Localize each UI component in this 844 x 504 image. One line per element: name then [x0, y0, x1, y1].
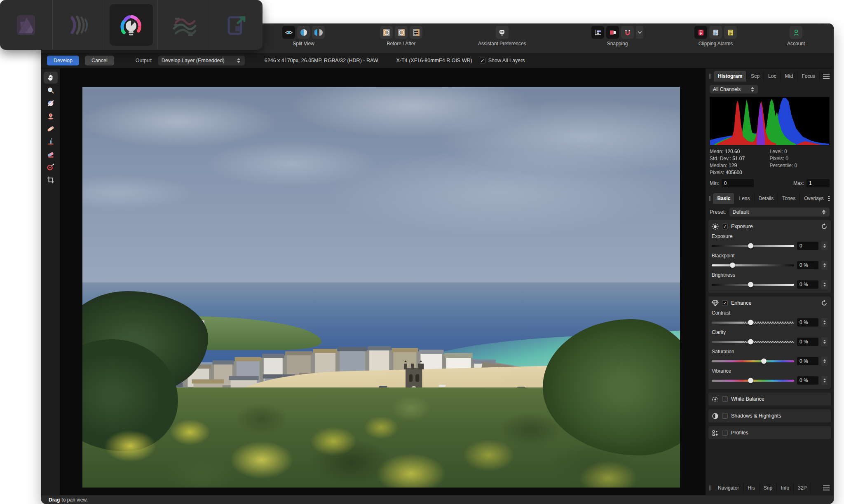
contrast-stepper[interactable] — [821, 318, 828, 327]
tab-scope[interactable]: Scp — [747, 71, 764, 82]
tab-metadata[interactable]: Mtd — [781, 71, 797, 82]
tab-basic[interactable]: Basic — [713, 193, 735, 204]
white-balance-section[interactable]: White Balance — [708, 392, 831, 406]
tab-location[interactable]: Loc — [764, 71, 781, 82]
crop-tool[interactable] — [44, 174, 58, 186]
panel-menu-icon[interactable] — [823, 485, 830, 490]
tone-mapping-persona-button[interactable] — [157, 0, 210, 50]
tab-histogram[interactable]: Histogram — [714, 71, 747, 82]
show-all-layers-toggle[interactable]: ✓ Show All Layers — [480, 58, 525, 63]
tab-lens[interactable]: Lens — [735, 193, 754, 204]
vibrance-stepper[interactable] — [821, 376, 828, 385]
brightness-slider[interactable] — [712, 284, 794, 286]
overlay-erase-tool[interactable] — [44, 148, 58, 160]
exposure-stepper[interactable] — [821, 241, 828, 250]
reset-icon[interactable] — [821, 223, 828, 230]
contrast-slider[interactable] — [712, 322, 794, 324]
before-rotate-icon[interactable] — [380, 26, 393, 39]
exposure-slider[interactable] — [712, 245, 794, 247]
split-circle-half-icon[interactable] — [297, 26, 310, 39]
channel-selector[interactable]: All Channels — [710, 85, 758, 93]
tab-info[interactable]: Info — [777, 483, 794, 493]
view-tool[interactable] — [44, 72, 58, 84]
contrast-value[interactable]: 0 % — [797, 318, 818, 327]
max-input[interactable]: 1 — [806, 179, 830, 187]
overlay-gradient-tool[interactable] — [44, 161, 58, 173]
brightness-stepper[interactable] — [821, 280, 828, 289]
blackpoint-slider[interactable] — [712, 264, 794, 266]
robot-icon[interactable] — [496, 26, 509, 39]
slider-thumb[interactable] — [748, 339, 753, 345]
exposure-value[interactable]: 0 — [797, 242, 818, 250]
tab-navigator[interactable]: Navigator — [714, 483, 743, 493]
show-all-layers-checkbox[interactable]: ✓ — [480, 58, 485, 63]
exposure-section-title: Exposure — [731, 224, 753, 229]
after-rotate-icon[interactable] — [395, 26, 408, 39]
red-eye-removal-tool[interactable] — [44, 110, 58, 122]
develop-button[interactable]: Develop — [47, 56, 79, 65]
saturation-stepper[interactable] — [821, 357, 828, 366]
split-circle-full-icon[interactable] — [312, 26, 325, 39]
white-balance-tool[interactable] — [44, 97, 58, 109]
exposure-enabled-checkbox[interactable]: ✓ — [722, 224, 728, 229]
blemish-removal-tool[interactable] — [44, 123, 58, 135]
brightness-value[interactable]: 0 % — [797, 280, 818, 289]
tab-snapshots[interactable]: Snp — [760, 483, 777, 493]
tab-details[interactable]: Details — [755, 193, 778, 204]
before-after-swap-icon[interactable] — [410, 26, 422, 39]
overlay-paint-tool[interactable] — [44, 135, 58, 147]
clip-highlights-icon[interactable] — [724, 26, 737, 39]
clip-shadows-icon[interactable] — [694, 26, 707, 39]
panel-menu-icon[interactable] — [828, 196, 830, 201]
eye-icon[interactable] — [282, 26, 295, 39]
export-persona-button[interactable] — [210, 0, 263, 50]
snap-grid-icon[interactable] — [591, 26, 604, 39]
profiles-checkbox[interactable] — [722, 430, 728, 436]
slider-thumb[interactable] — [748, 378, 753, 383]
panel-menu-icon[interactable] — [823, 74, 830, 79]
panel-drag-handle-icon[interactable] — [709, 196, 710, 201]
clarity-stepper[interactable] — [821, 337, 828, 346]
reset-icon[interactable] — [821, 300, 828, 306]
slider-thumb[interactable] — [730, 263, 735, 268]
panel-drag-handle-icon[interactable] — [709, 74, 711, 79]
vibrance-slider[interactable] — [712, 380, 794, 382]
cancel-button[interactable]: Cancel — [85, 56, 114, 65]
zoom-tool[interactable] — [44, 84, 58, 96]
saturation-value[interactable]: 0 % — [797, 357, 818, 365]
slider-thumb[interactable] — [748, 243, 753, 249]
saturation-slider[interactable] — [712, 360, 794, 362]
tab-focus[interactable]: Focus — [797, 71, 820, 82]
blackpoint-value[interactable]: 0 % — [797, 261, 818, 269]
preset-dropdown[interactable]: Default — [729, 208, 830, 217]
output-dropdown[interactable]: Develop Layer (Embedded) — [158, 56, 245, 65]
tab-overlays[interactable]: Overlays — [800, 193, 828, 204]
photo-persona-button[interactable] — [0, 0, 52, 50]
white-balance-checkbox[interactable] — [722, 396, 728, 402]
tab-history[interactable]: His — [743, 483, 759, 493]
histogram-plot[interactable] — [710, 97, 830, 145]
canvas[interactable] — [60, 68, 706, 495]
vibrance-value[interactable]: 0 % — [797, 376, 818, 385]
slider-thumb[interactable] — [748, 282, 753, 287]
snap-bounds-icon[interactable] — [606, 26, 619, 39]
shadows-highlights-checkbox[interactable] — [722, 413, 728, 419]
enhance-enabled-checkbox[interactable]: ✓ — [722, 300, 728, 306]
liquify-persona-button[interactable] — [52, 0, 105, 50]
develop-persona-button[interactable] — [105, 0, 157, 50]
slider-thumb[interactable] — [761, 359, 767, 364]
blackpoint-stepper[interactable] — [821, 261, 828, 270]
profiles-section[interactable]: Profiles — [708, 426, 831, 440]
magnet-icon[interactable] — [621, 26, 634, 39]
person-icon[interactable] — [790, 26, 802, 39]
shadows-highlights-section[interactable]: Shadows & Highlights — [708, 409, 831, 423]
clip-midtones-icon[interactable] — [709, 26, 722, 39]
slider-thumb[interactable] — [748, 320, 753, 325]
clarity-slider[interactable] — [712, 341, 794, 343]
min-input[interactable]: 0 — [722, 179, 754, 187]
tab-tones[interactable]: Tones — [778, 193, 800, 204]
panel-drag-handle-icon[interactable] — [709, 485, 711, 490]
clarity-value[interactable]: 0 % — [797, 338, 818, 346]
tab-32bit-preview[interactable]: 32P — [794, 483, 811, 493]
chevron-down-icon[interactable] — [636, 26, 643, 39]
